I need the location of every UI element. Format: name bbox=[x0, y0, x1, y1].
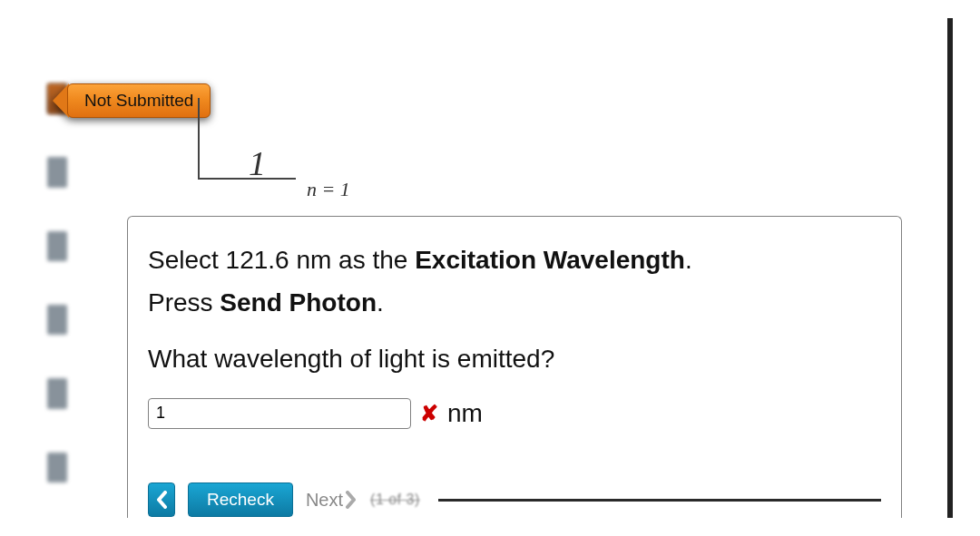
pager-text: (1 of 3) bbox=[370, 492, 420, 508]
instruction-line-1: Select 121.6 nm as the Excitation Wavele… bbox=[148, 242, 881, 279]
instruction-line-2: Press Send Photon. bbox=[148, 285, 881, 322]
chevron-left-icon bbox=[155, 491, 168, 509]
question-card: Select 121.6 nm as the Excitation Wavele… bbox=[127, 216, 902, 518]
instruction-bold: Send Photon bbox=[220, 288, 377, 317]
app-frame: Not Submitted 1 n = 1 Select 121.6 nm as… bbox=[16, 18, 953, 518]
prev-button[interactable] bbox=[148, 482, 175, 517]
instruction-text: . bbox=[377, 288, 384, 317]
question-prompt: What wavelength of light is emitted? bbox=[148, 341, 881, 378]
next-label: Next bbox=[306, 490, 343, 511]
wavelength-input[interactable] bbox=[148, 398, 411, 429]
instruction-text: Select 121.6 nm as the bbox=[148, 246, 415, 274]
diagram-level-label: n = 1 bbox=[307, 178, 350, 201]
controls-row: Recheck Next (1 of 3) bbox=[148, 482, 881, 518]
instruction-bold: Excitation Wavelength bbox=[415, 246, 685, 274]
instruction-text: Press bbox=[148, 288, 220, 317]
recheck-button[interactable]: Recheck bbox=[188, 482, 293, 517]
status-badge-wrap: Not Submitted bbox=[67, 83, 211, 118]
unit-label: nm bbox=[447, 399, 483, 428]
next-button[interactable]: Next bbox=[306, 482, 358, 517]
answer-row: ✘ nm bbox=[148, 398, 881, 429]
diagram-tick-label: 1 bbox=[249, 143, 266, 183]
left-ticks bbox=[47, 83, 67, 482]
instruction-text: . bbox=[685, 246, 692, 274]
divider-line bbox=[438, 499, 881, 502]
diagram-horizontal-line bbox=[198, 178, 296, 180]
diagram-vertical-line bbox=[198, 98, 200, 180]
incorrect-icon: ✘ bbox=[420, 401, 438, 426]
chevron-right-icon bbox=[345, 491, 358, 509]
status-badge: Not Submitted bbox=[67, 83, 211, 118]
